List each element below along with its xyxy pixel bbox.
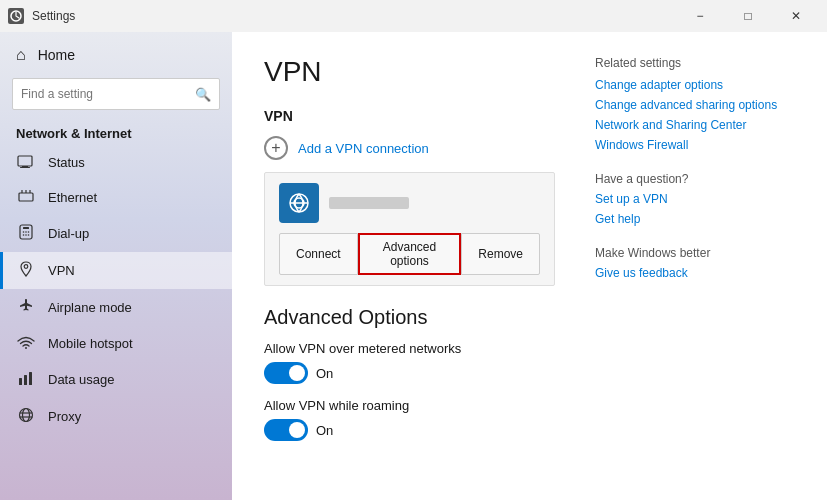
sidebar-item-ethernet[interactable]: Ethernet xyxy=(0,180,232,215)
maximize-button[interactable]: □ xyxy=(725,0,771,32)
app-body: ⌂ Home 🔍 Network & Internet Status xyxy=(0,32,827,500)
dialup-icon xyxy=(16,224,36,243)
content-main: VPN VPN + Add a VPN connection xyxy=(264,56,555,476)
related-link-firewall[interactable]: Windows Firewall xyxy=(595,138,795,152)
toggle-roaming-row: Allow VPN while roaming On xyxy=(264,398,555,441)
content-area: VPN VPN + Add a VPN connection xyxy=(232,32,827,500)
vpn-card-top xyxy=(279,183,540,223)
ethernet-label: Ethernet xyxy=(48,190,97,205)
make-better-title: Make Windows better xyxy=(595,246,795,260)
vpn-logo xyxy=(279,183,319,223)
proxy-icon xyxy=(16,407,36,426)
sidebar-item-datausage[interactable]: Data usage xyxy=(0,361,232,398)
sidebar-item-status[interactable]: Status xyxy=(0,145,232,180)
sidebar-section-title: Network & Internet xyxy=(0,118,232,145)
related-link-adapter[interactable]: Change adapter options xyxy=(595,78,795,92)
svg-point-12 xyxy=(28,231,30,233)
title-bar-left: Settings xyxy=(8,8,75,24)
vpn-section-title: VPN xyxy=(264,108,555,124)
vpn-label: VPN xyxy=(48,263,75,278)
remove-button[interactable]: Remove xyxy=(461,233,540,275)
add-vpn-row[interactable]: + Add a VPN connection xyxy=(264,136,555,160)
vpn-connection-card: Connect Advanced options Remove xyxy=(264,172,555,286)
have-question-title: Have a question? xyxy=(595,172,795,186)
minimize-button[interactable]: − xyxy=(677,0,723,32)
close-button[interactable]: ✕ xyxy=(773,0,819,32)
sidebar-item-vpn[interactable]: VPN xyxy=(0,252,232,289)
app-icon xyxy=(8,8,24,24)
svg-rect-4 xyxy=(19,193,33,201)
svg-point-17 xyxy=(25,347,27,349)
sidebar-item-proxy[interactable]: Proxy xyxy=(0,398,232,435)
title-bar: Settings − □ ✕ xyxy=(0,0,827,32)
toggle-roaming-label: Allow VPN while roaming xyxy=(264,398,555,413)
proxy-label: Proxy xyxy=(48,409,81,424)
svg-rect-1 xyxy=(18,156,32,166)
svg-rect-9 xyxy=(23,227,29,229)
have-question-section: Have a question? Set up a VPN Get help xyxy=(595,172,795,226)
home-icon: ⌂ xyxy=(16,46,26,64)
plus-icon: + xyxy=(264,136,288,160)
svg-point-13 xyxy=(23,234,25,236)
sidebar-item-hotspot[interactable]: Mobile hotspot xyxy=(0,326,232,361)
svg-rect-20 xyxy=(29,372,32,385)
toggle-metered-state: On xyxy=(316,366,333,381)
datausage-icon xyxy=(16,370,36,389)
svg-rect-19 xyxy=(24,375,27,385)
svg-rect-18 xyxy=(19,378,22,385)
svg-point-11 xyxy=(25,231,27,233)
toggle-roaming-state: On xyxy=(316,423,333,438)
related-link-sharing[interactable]: Change advanced sharing options xyxy=(595,98,795,112)
give-feedback-link[interactable]: Give us feedback xyxy=(595,266,795,280)
vpn-icon xyxy=(16,261,36,280)
sidebar: ⌂ Home 🔍 Network & Internet Status xyxy=(0,32,232,500)
airplane-icon xyxy=(16,298,36,317)
datausage-label: Data usage xyxy=(48,372,115,387)
content-side: Related settings Change adapter options … xyxy=(595,56,795,476)
dialup-label: Dial-up xyxy=(48,226,89,241)
svg-rect-3 xyxy=(20,167,30,168)
svg-point-10 xyxy=(23,231,25,233)
get-help-link[interactable]: Get help xyxy=(595,212,795,226)
app-title: Settings xyxy=(32,9,75,23)
toggle-metered-row: Allow VPN over metered networks On xyxy=(264,341,555,384)
connect-button[interactable]: Connect xyxy=(279,233,358,275)
ethernet-icon xyxy=(16,189,36,206)
toggle-roaming[interactable] xyxy=(264,419,308,441)
svg-point-15 xyxy=(28,234,30,236)
svg-point-21 xyxy=(20,409,33,422)
page-title: VPN xyxy=(264,56,555,88)
add-vpn-label: Add a VPN connection xyxy=(298,141,429,156)
hotspot-icon xyxy=(16,335,36,352)
make-better-section: Make Windows better Give us feedback xyxy=(595,246,795,280)
svg-point-14 xyxy=(25,234,27,236)
advanced-options-title: Advanced Options xyxy=(264,306,555,329)
toggle-metered-control: On xyxy=(264,362,555,384)
svg-point-16 xyxy=(24,265,28,269)
search-icon: 🔍 xyxy=(195,87,211,102)
hotspot-label: Mobile hotspot xyxy=(48,336,133,351)
search-box[interactable]: 🔍 xyxy=(12,78,220,110)
sidebar-item-home[interactable]: ⌂ Home xyxy=(0,36,232,74)
svg-point-22 xyxy=(23,409,30,422)
search-input[interactable] xyxy=(21,87,189,101)
status-label: Status xyxy=(48,155,85,170)
window-controls: − □ ✕ xyxy=(677,0,819,32)
advanced-options-button[interactable]: Advanced options xyxy=(358,233,462,275)
toggle-roaming-control: On xyxy=(264,419,555,441)
vpn-buttons: Connect Advanced options Remove xyxy=(279,233,540,275)
toggle-metered-label: Allow VPN over metered networks xyxy=(264,341,555,356)
sidebar-item-airplane[interactable]: Airplane mode xyxy=(0,289,232,326)
toggle-metered[interactable] xyxy=(264,362,308,384)
related-settings-title: Related settings xyxy=(595,56,795,70)
airplane-label: Airplane mode xyxy=(48,300,132,315)
vpn-name-blurred xyxy=(329,197,409,209)
home-label: Home xyxy=(38,47,75,63)
status-icon xyxy=(16,154,36,171)
set-up-vpn-link[interactable]: Set up a VPN xyxy=(595,192,795,206)
sidebar-item-dialup[interactable]: Dial-up xyxy=(0,215,232,252)
related-link-network-center[interactable]: Network and Sharing Center xyxy=(595,118,795,132)
